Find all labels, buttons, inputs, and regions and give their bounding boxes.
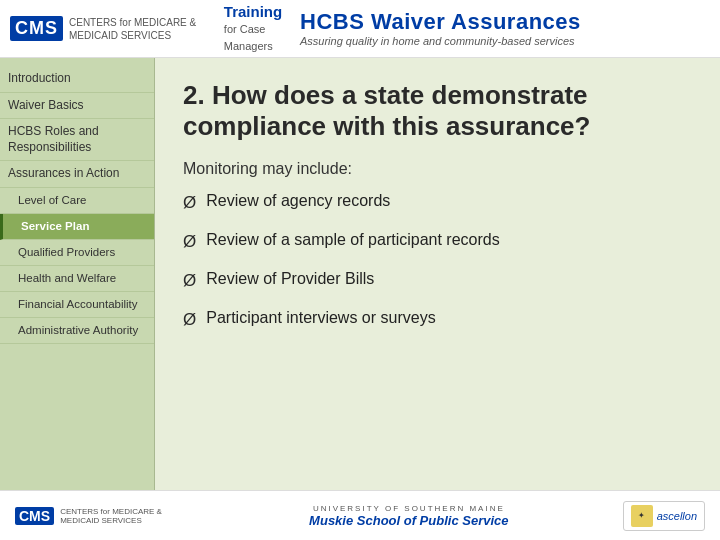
ascellon-badge: ✦ ascellon: [623, 501, 705, 531]
page-title: 2. How does a state demonstrate complian…: [183, 80, 692, 142]
sidebar-item[interactable]: Qualified Providers: [0, 240, 154, 266]
list-item: ØReview of agency records: [183, 190, 692, 215]
monitoring-label: Monitoring may include:: [183, 160, 692, 178]
bullet-text: Review of Provider Bills: [206, 268, 374, 290]
sidebar-item[interactable]: Administrative Authority: [0, 318, 154, 344]
bullet-text: Review of a sample of participant record…: [206, 229, 499, 251]
footer-cms-logo: CMS: [15, 507, 54, 525]
list-item: ØParticipant interviews or surveys: [183, 307, 692, 332]
sidebar-item[interactable]: Health and Welfare: [0, 266, 154, 292]
header-right: HCBS Waiver Assurances Assuring quality …: [290, 10, 710, 46]
bullet-arrow-icon: Ø: [183, 191, 196, 215]
cms-logo: CMS CENTERS for MEDICARE & MEDICAID SERV…: [10, 16, 216, 42]
bullet-arrow-icon: Ø: [183, 230, 196, 254]
sidebar-item[interactable]: Financial Accountability: [0, 292, 154, 318]
cms-logo-subtext: CENTERS for MEDICARE & MEDICAID SERVICES: [69, 16, 216, 42]
list-item: ØReview of Provider Bills: [183, 268, 692, 293]
hcbs-title: HCBS Waiver Assurances: [300, 10, 710, 34]
sidebar-item[interactable]: Level of Care: [0, 188, 154, 214]
bullet-text: Review of agency records: [206, 190, 390, 212]
training-label: Training for Case Managers: [224, 2, 290, 55]
sidebar-item[interactable]: HCBS Roles and Responsibilities: [0, 119, 154, 161]
footer-center: UNIVERSITY OF SOUTHERN MAINE Muskie Scho…: [195, 504, 623, 528]
main-layout: IntroductionWaiver BasicsHCBS Roles and …: [0, 58, 720, 490]
footer-muskie-label: Muskie School of Public Service: [309, 513, 508, 528]
training-subtitle: for Case Managers: [224, 23, 273, 52]
footer-cms: CMS CENTERS for MEDICARE & MEDICAID SERV…: [15, 507, 195, 525]
sidebar-item[interactable]: Assurances in Action: [0, 161, 154, 188]
footer-usm-label: UNIVERSITY OF SOUTHERN MAINE: [313, 504, 505, 513]
sidebar-item[interactable]: Service Plan: [0, 214, 154, 240]
header-left: CMS CENTERS for MEDICARE & MEDICAID SERV…: [10, 2, 290, 55]
sidebar-item[interactable]: Waiver Basics: [0, 93, 154, 120]
hcbs-subtitle: Assuring quality in home and community-b…: [300, 35, 710, 47]
footer-cms-subtext: CENTERS for MEDICARE & MEDICAID SERVICES: [60, 507, 195, 525]
footer: CMS CENTERS for MEDICARE & MEDICAID SERV…: [0, 490, 720, 540]
cms-logo-box: CMS: [10, 16, 63, 41]
sidebar: IntroductionWaiver BasicsHCBS Roles and …: [0, 58, 155, 490]
bullet-arrow-icon: Ø: [183, 308, 196, 332]
sidebar-item[interactable]: Introduction: [0, 66, 154, 93]
ascellon-icon: ✦: [631, 505, 653, 527]
header: CMS CENTERS for MEDICARE & MEDICAID SERV…: [0, 0, 720, 58]
training-title: Training: [224, 2, 290, 22]
bullet-list: ØReview of agency recordsØReview of a sa…: [183, 190, 692, 331]
footer-right: ✦ ascellon: [623, 501, 705, 531]
bullet-arrow-icon: Ø: [183, 269, 196, 293]
list-item: ØReview of a sample of participant recor…: [183, 229, 692, 254]
main-content: 2. How does a state demonstrate complian…: [155, 58, 720, 490]
ascellon-text: ascellon: [657, 510, 697, 522]
bullet-text: Participant interviews or surveys: [206, 307, 435, 329]
